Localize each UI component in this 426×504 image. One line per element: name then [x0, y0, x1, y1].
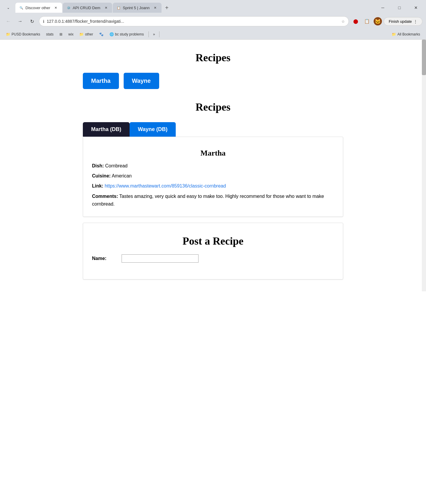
bookmark-other-folder-icon: 📁 — [79, 32, 84, 36]
recipe-comments-field: Comments: Tastes amazing, very quick and… — [92, 193, 334, 208]
bookmark-grid[interactable]: ⊞ — [57, 31, 65, 38]
bookmark-wix[interactable]: wix — [66, 31, 76, 38]
page-inner: Recipes Martha Wayne Recipes Martha (DB)… — [71, 40, 355, 291]
recipe-link-label: Link: — [92, 183, 103, 188]
recipe-card-name: Martha — [92, 149, 334, 158]
all-bookmarks-folder-icon: 📁 — [392, 32, 396, 36]
bc-study-globe-icon: 🌐 — [109, 32, 114, 36]
martha-db-tab[interactable]: Martha (DB) — [83, 122, 130, 137]
tab2-close-icon[interactable]: ✕ — [103, 5, 109, 10]
tab2-label: API CRUD Dem — [73, 6, 100, 10]
db-tab-bar: Martha (DB) Wayne (DB) — [83, 122, 343, 137]
toolbar: ← → ↻ ℹ ☆ ⬤ 📋 🐱 Finish update ⋮ — [0, 14, 426, 29]
toolbar-actions: ⬤ 📋 🐱 Finish update ⋮ — [351, 17, 422, 26]
recipe-dish-label: Dish: — [92, 163, 104, 168]
paw-icon: 🐾 — [99, 32, 104, 36]
post-recipe-section: Post a Recipe Name: — [83, 223, 343, 280]
address-input[interactable] — [47, 19, 339, 24]
bookmark-paw[interactable]: 🐾 — [97, 31, 106, 38]
star-icon[interactable]: ☆ — [341, 19, 345, 24]
bookmarks-bar: 📁 PUSD Bookmarks stats ⊞ wix 📁 other 🐾 🌐… — [0, 29, 426, 40]
post-recipe-title: Post a Recipe — [92, 235, 334, 247]
finish-update-menu-icon: ⋮ — [414, 19, 417, 24]
tab-discover-other[interactable]: 🔍 Discover other ✕ — [15, 3, 62, 13]
bookmark-bc-study-label: bc study problems — [115, 32, 144, 36]
wayne-db-tab[interactable]: Wayne (DB) — [130, 122, 176, 137]
bookmark-pusd-icon: 📁 — [6, 32, 10, 36]
section2: Recipes Martha (DB) Wayne (DB) Martha Di… — [83, 101, 343, 217]
grid-icon: ⊞ — [59, 32, 62, 36]
back-btn[interactable]: ← — [4, 17, 13, 26]
finish-update-btn[interactable]: Finish update ⋮ — [384, 17, 422, 26]
form-name-row: Name: — [92, 254, 334, 263]
bookmarks-more-btn[interactable]: » — [151, 31, 157, 38]
extension-btn2[interactable]: 📋 — [362, 17, 372, 26]
maximize-btn[interactable]: □ — [392, 3, 406, 12]
wayne-btn[interactable]: Wayne — [124, 73, 159, 89]
profile-avatar[interactable]: 🐱 — [374, 17, 382, 25]
scrollbar-thumb[interactable] — [422, 40, 426, 75]
tab-sprint5[interactable]: 📋 Sprint 5 | Joann ✕ — [113, 3, 162, 13]
all-bookmarks-label: All Bookmarks — [397, 32, 420, 36]
new-tab-btn[interactable]: + — [162, 3, 172, 12]
tab3-favicon: 📋 — [116, 5, 121, 10]
reload-btn[interactable]: ↻ — [27, 17, 37, 26]
finish-update-label: Finish update — [389, 19, 412, 24]
section1-title: Recipes — [83, 51, 343, 64]
extension-btn1[interactable]: ⬤ — [351, 17, 361, 26]
minimize-btn[interactable]: ─ — [376, 3, 390, 12]
bookmark-pusd-label: PUSD Bookmarks — [12, 32, 40, 36]
bookmark-bc-study[interactable]: 🌐 bc study problems — [107, 31, 146, 38]
recipe-cuisine-field: Cuisine: American — [92, 172, 334, 180]
section2-title: Recipes — [83, 101, 343, 113]
recipe-card-martha: Martha Dish: Cornbread Cuisine: American… — [83, 137, 343, 217]
all-bookmarks-btn[interactable]: 📁 All Bookmarks — [389, 31, 422, 38]
recipe-cuisine-value: American — [112, 173, 132, 178]
bookmark-other[interactable]: 📁 other — [77, 31, 95, 38]
tab1-label: Discover other — [25, 6, 50, 10]
form-name-input[interactable] — [122, 254, 199, 263]
tab3-close-icon[interactable]: ✕ — [153, 5, 158, 10]
bookmarks-divider — [149, 31, 149, 37]
info-icon: ℹ — [43, 19, 44, 24]
tab2-favicon: ⚙️ — [66, 5, 71, 10]
recipe-link-url[interactable]: https://www.marthastewart.com/859136/cla… — [105, 183, 226, 188]
tab1-favicon: 🔍 — [19, 5, 24, 10]
scrollbar[interactable] — [422, 40, 426, 291]
recipe-cuisine-label: Cuisine: — [92, 173, 111, 178]
browser-chrome: ⌄ 🔍 Discover other ✕ ⚙️ API CRUD Dem ✕ 📋… — [0, 0, 426, 40]
martha-btn[interactable]: Martha — [83, 73, 119, 89]
recipe-link-field: Link: https://www.marthastewart.com/8591… — [92, 182, 334, 190]
page-content: Recipes Martha Wayne Recipes Martha (DB)… — [0, 40, 426, 504]
bookmark-wix-label: wix — [68, 32, 73, 36]
section1: Recipes Martha Wayne — [83, 51, 343, 89]
recipe-comments-text: Tastes amazing, very quick and easy to m… — [92, 194, 324, 206]
address-bar[interactable]: ℹ ☆ — [39, 16, 349, 26]
tab-bar: ⌄ 🔍 Discover other ✕ ⚙️ API CRUD Dem ✕ 📋… — [0, 0, 426, 14]
tab-api-crud[interactable]: ⚙️ API CRUD Dem ✕ — [63, 3, 112, 13]
window-controls: ─ □ ✕ — [376, 3, 423, 12]
bookmarks-more-label: » — [153, 32, 155, 36]
bookmark-stats[interactable]: stats — [44, 31, 56, 38]
bookmarks-divider2 — [159, 31, 159, 37]
close-btn[interactable]: ✕ — [409, 3, 423, 12]
tab1-close-icon[interactable]: ✕ — [53, 5, 59, 10]
forward-btn[interactable]: → — [15, 17, 25, 26]
form-name-label: Name: — [92, 256, 122, 261]
tab-dropdown-btn[interactable]: ⌄ — [3, 3, 14, 12]
bookmark-stats-label: stats — [46, 32, 54, 36]
recipe-comments-label: Comments: — [92, 194, 118, 199]
recipe-dish-field: Dish: Cornbread — [92, 162, 334, 169]
section1-button-group: Martha Wayne — [83, 73, 343, 89]
bookmark-pusd[interactable]: 📁 PUSD Bookmarks — [4, 31, 43, 38]
bookmark-other-label: other — [85, 32, 93, 36]
recipe-dish-value: Cornbread — [105, 163, 128, 168]
tab3-label: Sprint 5 | Joann — [123, 6, 150, 10]
